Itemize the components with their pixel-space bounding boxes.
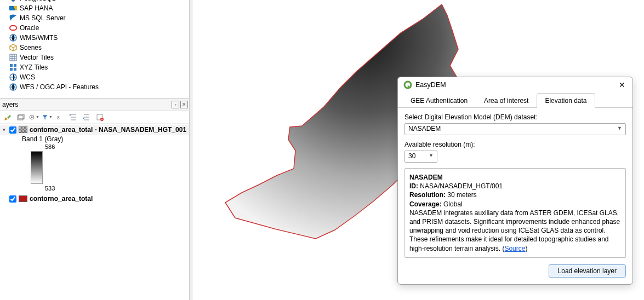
svg-point-14	[31, 116, 33, 118]
style-button[interactable]	[2, 112, 13, 123]
browser-item-vector[interactable]: Vector Tiles	[0, 53, 189, 62]
filter-button[interactable]: ▼	[42, 112, 53, 123]
easydem-dialog: EasyDEM ✕ GEE Authentication Area of int…	[397, 77, 633, 285]
chevron-down-icon: ▼	[617, 125, 622, 131]
browser-item-wcs[interactable]: WCS	[0, 72, 189, 82]
layer-row-dem[interactable]: ▾ contorno_area_total - NASA_NASADEM_HGT…	[0, 125, 189, 135]
detach-button[interactable]: ▫	[172, 101, 179, 108]
tab-elevation-data[interactable]: Elevation data	[537, 93, 595, 108]
layer-swatch-icon	[19, 126, 27, 133]
tab-aoi[interactable]: Area of interest	[476, 93, 537, 108]
expand-all-button[interactable]	[68, 112, 79, 123]
oracle-icon	[9, 24, 18, 32]
qgis-icon	[403, 80, 412, 89]
layers-panel-title: ayers	[0, 101, 170, 108]
svg-text:ε: ε	[57, 114, 60, 120]
layer-swatch-icon	[19, 195, 27, 202]
ramp-max: 586	[31, 143, 189, 150]
svg-rect-8	[14, 68, 16, 71]
ramp-min: 533	[31, 185, 189, 192]
browser-item-wms[interactable]: WMS/WMTS	[0, 33, 189, 43]
add-group-button[interactable]	[15, 112, 26, 123]
collapse-icon[interactable]: ▾	[1, 127, 7, 132]
postgres-icon	[9, 0, 18, 3]
dem-dataset-select[interactable]: NASADEM ▼	[404, 123, 626, 135]
browser-item-oracle[interactable]: Oracle	[0, 23, 189, 33]
browser-item-wfs[interactable]: WFS / OGC API - Features	[0, 82, 189, 92]
layer-row-contorno[interactable]: contorno_area_total	[0, 194, 189, 204]
remove-layer-button[interactable]	[94, 112, 105, 123]
browser-item-saphana[interactable]: SAP HANA	[0, 3, 189, 13]
dialog-body: Select Digital Elevation Model (DEM) dat…	[398, 108, 632, 284]
layers-tree: ▾ contorno_area_total - NASA_NASADEM_HGT…	[0, 124, 189, 205]
browser-tree: PostgreSQL SAP HANA MS SQL Server Oracle…	[0, 0, 189, 92]
collapse-all-button[interactable]	[81, 112, 92, 123]
load-elevation-button[interactable]: Load elevation layer	[549, 264, 626, 278]
chevron-down-icon: ▼	[429, 153, 434, 158]
source-link[interactable]: Source	[504, 245, 525, 252]
svg-rect-4	[10, 54, 16, 61]
xyztiles-icon	[9, 63, 18, 72]
browser-panel: PostgreSQL SAP HANA MS SQL Server Oracle…	[0, 0, 189, 92]
label-select-dem: Select Digital Elevation Model (DEM) dat…	[404, 113, 626, 121]
svg-rect-6	[14, 64, 16, 67]
label-resolution: Available resolution (m):	[404, 141, 626, 148]
ramp-gradient-icon	[31, 151, 43, 184]
layers-panel-header: ayers ▫ ✕	[0, 99, 189, 111]
resolution-select[interactable]: 30 ▼	[404, 151, 437, 163]
layer-name: contorno_area_total	[30, 195, 93, 203]
browser-item-scenes[interactable]: Scenes	[0, 43, 189, 53]
svg-rect-2	[10, 26, 16, 30]
mssql-icon	[9, 14, 18, 22]
layer-name: contorno_area_total - NASA_NASADEM_HGT_0…	[30, 126, 186, 134]
scenes-icon	[9, 43, 18, 52]
vectortiles-icon	[9, 53, 18, 62]
dialog-titlebar[interactable]: EasyDEM ✕	[398, 77, 632, 93]
close-icon[interactable]: ✕	[617, 80, 627, 90]
layer-ramp: 586 533	[0, 143, 189, 192]
globe-icon	[9, 73, 18, 82]
svg-rect-5	[10, 64, 13, 67]
dialog-tabs: GEE Authentication Area of interest Elev…	[398, 93, 632, 108]
filter-expression-button[interactable]: ε	[55, 112, 66, 123]
layers-toolbar: ▼ ▼ ε	[0, 111, 189, 124]
manage-themes-button[interactable]: ▼	[29, 112, 39, 123]
globe-icon	[9, 83, 18, 91]
layers-panel: ayers ▫ ✕ ▼ ▼ ε ▾ contorno_area_total - …	[0, 98, 189, 205]
layer-visibility-checkbox[interactable]	[9, 126, 16, 134]
dialog-title: EasyDEM	[415, 81, 614, 89]
layer-band-label: Band 1 (Gray)	[0, 135, 189, 143]
layer-visibility-checkbox[interactable]	[9, 195, 16, 203]
close-panel-button[interactable]: ✕	[180, 101, 188, 108]
globe-icon	[9, 33, 18, 42]
svg-rect-7	[10, 68, 13, 71]
browser-item-xyz[interactable]: XYZ Tiles	[0, 62, 189, 72]
dem-description: NASADEM ID: NASA/NASADEM_HGT/001 Resolut…	[404, 168, 626, 258]
svg-point-18	[404, 82, 411, 88]
saphana-icon	[9, 4, 18, 13]
tab-gee-auth[interactable]: GEE Authentication	[402, 93, 476, 108]
browser-item-mssql[interactable]: MS SQL Server	[0, 13, 189, 23]
